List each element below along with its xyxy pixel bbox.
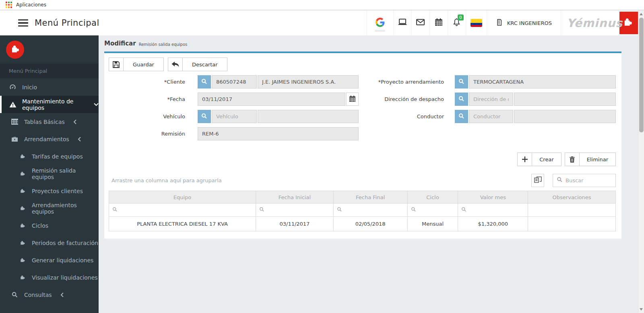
sidebar-item-label: Proyectos clientes: [32, 188, 83, 194]
column-header-valor-mes[interactable]: Valor mes: [458, 191, 528, 204]
sidebar-item-arrendamientos[interactable]: Arrendamientos: [0, 130, 99, 148]
filter-cell-ciclo[interactable]: [407, 204, 458, 217]
google-button[interactable]: [367, 10, 393, 35]
search-icon: [557, 177, 563, 184]
search-icon: [201, 78, 207, 86]
vertical-scrollbar[interactable]: [638, 10, 644, 313]
sidebar-item-ciclos[interactable]: Ciclos: [0, 217, 99, 234]
sidebar-logo: [0, 35, 99, 64]
vehiculo-name-input[interactable]: [258, 110, 359, 123]
discard-button[interactable]: Descartar: [168, 58, 227, 71]
trash-icon: [565, 153, 580, 166]
puzzle-piece-icon: [19, 257, 26, 263]
vehiculo-search-button[interactable]: [198, 110, 211, 123]
filter-cell-observaciones[interactable]: [528, 204, 616, 217]
proyecto-input[interactable]: [469, 75, 616, 89]
sidebar: Menú Principal Inicio Mantenimiento de e…: [0, 35, 99, 313]
delete-button-label: Eliminar: [580, 153, 615, 166]
menu-title: Menú Principal: [35, 18, 99, 28]
sidebar-item-proyectos-clientes[interactable]: Proyectos clientes: [0, 182, 99, 200]
scrollbar-down-arrow[interactable]: [640, 308, 643, 311]
sidebar-item-label: Inicio: [22, 84, 37, 91]
column-header-ciclo[interactable]: Ciclo: [407, 191, 458, 204]
messages-button[interactable]: [411, 10, 429, 35]
page-title: Modificar: [104, 40, 136, 47]
puzzle-piece-icon: [19, 240, 26, 245]
devices-button[interactable]: [393, 10, 411, 35]
brand-logo: Yéminus: [561, 10, 638, 35]
grid-search-input[interactable]: [566, 177, 611, 183]
apps-launcher[interactable]: Aplicaciones: [6, 2, 46, 8]
filter-cell-fecha-inicial[interactable]: [256, 204, 334, 217]
column-header-fecha-final[interactable]: Fecha Final: [333, 191, 407, 204]
scrollbar-up-arrow[interactable]: [640, 13, 643, 15]
puzzle-piece-icon: [19, 275, 26, 280]
column-header-observaciones[interactable]: Observaciones: [528, 191, 616, 204]
apps-launcher-label: Aplicaciones: [16, 2, 46, 8]
create-button-label: Crear: [532, 153, 561, 166]
filter-cell-valor-mes[interactable]: [458, 204, 528, 217]
cell-ciclo: Mensual: [407, 217, 458, 231]
sidebar-item-tablas-basicas[interactable]: Tablas Básicas: [0, 113, 99, 130]
filter-cell-fecha-final[interactable]: [333, 204, 407, 217]
apps-bar: Aplicaciones: [0, 0, 644, 10]
cliente-name-input[interactable]: [258, 75, 359, 89]
company-menu[interactable]: KRC INGENIEROS: [487, 10, 561, 35]
fecha-input[interactable]: [198, 93, 345, 106]
undo-arrow-icon: [168, 58, 183, 71]
vehiculo-label: Vehículo: [109, 113, 185, 119]
plus-icon: [518, 153, 532, 166]
sidebar-item-tarifas-de-equipos[interactable]: Tarifas de equipos: [0, 148, 99, 165]
direccion-search-button[interactable]: [455, 93, 468, 106]
company-name: KRC INGENIEROS: [507, 20, 552, 26]
conductor-search-button[interactable]: [455, 110, 468, 123]
hamburger-menu-icon[interactable]: [18, 19, 28, 27]
sidebar-item-label: Visualizar liquidaciones: [32, 274, 98, 281]
puzzle-piece-icon: [19, 223, 26, 228]
notification-badge: 0: [458, 14, 464, 21]
create-row-button[interactable]: Crear: [517, 152, 561, 166]
sidebar-item-generar-liquidaciones[interactable]: Generar liquidaciones: [0, 251, 99, 269]
sidebar-item-remision-salida-equipos[interactable]: Remisión salida equipos: [0, 165, 99, 182]
sidebar-item-arrendamientos-equipos[interactable]: Arrendamientos equipos: [0, 200, 99, 217]
conductor-name-input[interactable]: [514, 110, 616, 123]
cell-fecha-final: 02/05/2018: [333, 217, 407, 231]
laptop-icon: [398, 19, 407, 27]
remision-input[interactable]: [198, 127, 359, 140]
conductor-code-input[interactable]: [469, 110, 513, 123]
calendar-button[interactable]: [429, 10, 448, 35]
search-icon: [458, 78, 464, 86]
notifications-button[interactable]: 0: [448, 10, 466, 35]
sidebar-item-consultas[interactable]: Consultas: [0, 286, 99, 303]
column-chooser-button[interactable]: [531, 174, 544, 187]
save-button[interactable]: Guardar: [109, 58, 164, 71]
filter-cell-equipo[interactable]: [109, 204, 256, 217]
direccion-code-input[interactable]: [469, 93, 513, 106]
cliente-code-input[interactable]: [212, 75, 257, 89]
sidebar-item-label: Generar liquidaciones: [32, 257, 93, 264]
fecha-calendar-button[interactable]: [346, 93, 359, 106]
direccion-name-input[interactable]: [514, 93, 616, 106]
language-button[interactable]: [466, 10, 487, 35]
grid-filter-row: [109, 204, 616, 217]
scrollbar-thumb[interactable]: [639, 18, 644, 132]
delete-row-button[interactable]: Eliminar: [565, 152, 616, 166]
sidebar-item-mantenimiento-de-equipos[interactable]: Mantenimiento de equipos: [0, 96, 99, 113]
grid-data-row[interactable]: PLANTA ELECTRICA DIESEL 17 KVA 03/11/201…: [109, 217, 616, 231]
cliente-label: *Cliente: [109, 79, 185, 85]
main-content: Modificar Remisión salida equipos Guarda…: [99, 35, 639, 313]
puzzle-piece-icon: [19, 154, 26, 159]
colombia-flag-icon: [471, 19, 482, 27]
search-icon: [11, 292, 19, 298]
envelope-icon: [416, 19, 425, 27]
proyecto-search-button[interactable]: [455, 75, 468, 89]
sidebar-item-visualizar-liquidaciones[interactable]: Visualizar liquidaciones: [0, 269, 99, 286]
cliente-search-button[interactable]: [198, 75, 211, 89]
cell-fecha-inicial: 03/11/2017: [256, 217, 334, 231]
sidebar-item-inicio[interactable]: Inicio: [0, 78, 99, 96]
column-header-fecha-inicial[interactable]: Fecha Inicial: [256, 191, 334, 204]
sidebar-item-periodos-de-facturacion[interactable]: Periodos de facturación: [0, 234, 99, 251]
floppy-disk-icon: [109, 58, 124, 71]
vehiculo-code-input[interactable]: [212, 110, 257, 123]
column-header-equipo[interactable]: Equipo: [109, 191, 256, 204]
